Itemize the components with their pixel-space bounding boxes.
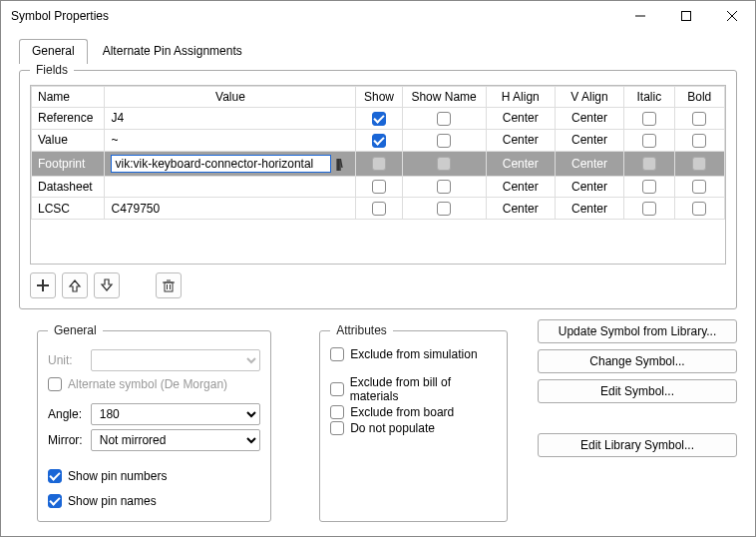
angle-select[interactable]: 180	[91, 403, 260, 425]
minimize-button[interactable]	[617, 1, 663, 31]
checkbox[interactable]	[692, 112, 706, 126]
mid-section: General Unit: Alternate symbol (De Morga…	[1, 319, 755, 532]
col-bold[interactable]: Bold	[674, 87, 724, 108]
cell-valign[interactable]: Center	[555, 151, 623, 176]
exclude-bom-checkbox[interactable]	[330, 382, 344, 396]
exclude-board-label: Exclude from board	[350, 405, 454, 419]
footprint-input[interactable]	[111, 155, 331, 173]
update-symbol-button[interactable]: Update Symbol from Library...	[538, 319, 737, 343]
angle-row: Angle: 180	[48, 403, 260, 425]
tabstrip: General Alternate Pin Assignments	[1, 31, 755, 64]
checkbox[interactable]	[372, 134, 386, 148]
show-pin-names-checkbox[interactable]	[48, 494, 62, 508]
checkbox[interactable]	[372, 157, 386, 171]
col-show[interactable]: Show	[356, 87, 402, 108]
checkbox[interactable]	[372, 202, 386, 216]
col-value[interactable]: Value	[105, 87, 356, 108]
exclude-bom-label: Exclude from bill of materials	[350, 375, 497, 403]
exclude-bom-row[interactable]: Exclude from bill of materials	[330, 375, 497, 403]
edit-symbol-button[interactable]: Edit Symbol...	[538, 379, 737, 403]
checkbox[interactable]	[372, 112, 386, 126]
edit-library-symbol-button[interactable]: Edit Library Symbol...	[538, 433, 737, 457]
unit-select	[91, 349, 260, 371]
exclude-sim-label: Exclude from simulation	[350, 347, 477, 361]
checkbox[interactable]	[692, 202, 706, 216]
right-buttons-column: Update Symbol from Library... Change Sym…	[538, 319, 737, 532]
table-row[interactable]: ReferenceJ4CenterCenter	[32, 108, 725, 130]
cell-halign[interactable]: Center	[486, 108, 555, 130]
arrow-up-icon	[68, 278, 82, 292]
alternate-symbol-row: Alternate symbol (De Morgan)	[48, 377, 260, 391]
table-row[interactable]: Value~CenterCenter	[32, 129, 725, 151]
table-row[interactable]: LCSCC479750CenterCenter	[32, 198, 725, 220]
checkbox[interactable]	[692, 180, 706, 194]
show-pin-numbers-checkbox[interactable]	[48, 469, 62, 483]
checkbox[interactable]	[437, 157, 451, 171]
fields-toolbar	[30, 272, 726, 298]
maximize-button[interactable]	[663, 1, 709, 31]
add-field-button[interactable]	[30, 272, 56, 298]
checkbox[interactable]	[642, 180, 656, 194]
cell-name: Reference	[32, 108, 105, 130]
exclude-sim-row[interactable]: Exclude from simulation	[330, 347, 497, 361]
mirror-select[interactable]: Not mirrored	[91, 429, 260, 451]
checkbox[interactable]	[642, 134, 656, 148]
cell-halign[interactable]: Center	[486, 176, 555, 198]
col-valign[interactable]: V Align	[555, 87, 623, 108]
cell-halign[interactable]: Center	[486, 198, 555, 220]
table-row[interactable]: DatasheetCenterCenter	[32, 176, 725, 198]
table-row[interactable]: Footprint|||\CenterCenter	[32, 151, 725, 176]
general-group: General Unit: Alternate symbol (De Morga…	[37, 323, 271, 522]
cell-value: J4	[111, 111, 124, 125]
attributes-group: Attributes Exclude from simulation Exclu…	[319, 323, 508, 522]
svg-rect-1	[682, 12, 691, 21]
tab-general[interactable]: General	[19, 39, 88, 64]
dnp-row[interactable]: Do not populate	[330, 421, 497, 435]
cell-value: ~	[111, 133, 118, 147]
checkbox[interactable]	[642, 157, 656, 171]
mirror-label: Mirror:	[48, 433, 83, 447]
checkbox[interactable]	[642, 112, 656, 126]
cell-valign[interactable]: Center	[555, 108, 623, 130]
general-legend: General	[48, 323, 103, 337]
col-italic[interactable]: Italic	[624, 87, 674, 108]
cell-name: Datasheet	[32, 176, 105, 198]
cell-halign[interactable]: Center	[486, 129, 555, 151]
checkbox[interactable]	[692, 157, 706, 171]
checkbox[interactable]	[642, 202, 656, 216]
minimize-icon	[635, 11, 645, 21]
col-show-name[interactable]: Show Name	[402, 87, 486, 108]
checkbox[interactable]	[437, 112, 451, 126]
close-button[interactable]	[709, 1, 755, 31]
tab-alternate-pin-assignments[interactable]: Alternate Pin Assignments	[90, 39, 255, 64]
checkbox[interactable]	[437, 202, 451, 216]
cell-name: Value	[32, 129, 105, 151]
cell-halign[interactable]: Center	[486, 151, 555, 176]
exclude-board-checkbox[interactable]	[330, 405, 344, 419]
exclude-sim-checkbox[interactable]	[330, 347, 344, 361]
exclude-board-row[interactable]: Exclude from board	[330, 405, 497, 419]
close-icon	[727, 11, 737, 21]
cell-valign[interactable]: Center	[555, 129, 623, 151]
checkbox[interactable]	[437, 180, 451, 194]
show-pin-names-label: Show pin names	[68, 494, 157, 508]
move-down-button[interactable]	[94, 272, 120, 298]
change-symbol-button[interactable]: Change Symbol...	[538, 349, 737, 373]
cell-valign[interactable]: Center	[555, 198, 623, 220]
alternate-symbol-label: Alternate symbol (De Morgan)	[68, 377, 227, 391]
move-up-button[interactable]	[62, 272, 88, 298]
cell-valign[interactable]: Center	[555, 176, 623, 198]
col-name[interactable]: Name	[32, 87, 105, 108]
cell-value: C479750	[111, 202, 160, 216]
show-pin-names-row[interactable]: Show pin names	[48, 494, 157, 508]
attributes-legend: Attributes	[330, 323, 393, 337]
mirror-row: Mirror: Not mirrored	[48, 429, 260, 451]
col-halign[interactable]: H Align	[486, 87, 555, 108]
library-browse-icon[interactable]: |||\	[333, 157, 349, 171]
checkbox[interactable]	[437, 134, 451, 148]
checkbox[interactable]	[692, 134, 706, 148]
show-pin-numbers-row[interactable]: Show pin numbers	[48, 469, 167, 483]
dnp-checkbox[interactable]	[330, 421, 344, 435]
checkbox[interactable]	[372, 180, 386, 194]
delete-field-button[interactable]	[156, 272, 182, 298]
